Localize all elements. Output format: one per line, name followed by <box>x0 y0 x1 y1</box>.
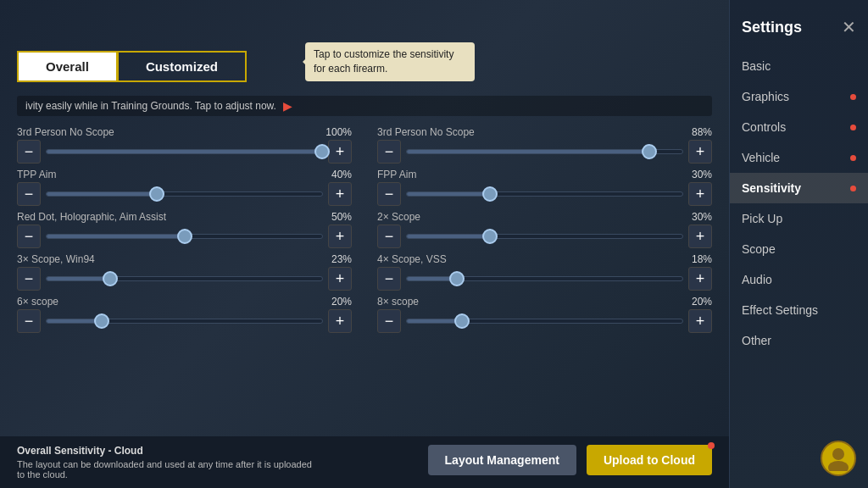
sidebar-item-pickup[interactable]: Pick Up <box>730 203 868 234</box>
slider-controls-4: − + <box>17 225 352 248</box>
slider-group-4: Red Dot, Holographic, Aim Assist 50% − + <box>17 211 352 248</box>
slider-controls-3: − + <box>377 182 712 206</box>
slider-controls-1: − + <box>377 140 712 164</box>
slider-controls-0: − + <box>17 140 352 164</box>
slider-track-5[interactable] <box>406 234 683 239</box>
slider-label-3: FPP Aim <box>377 169 416 180</box>
slider-increase-6[interactable]: + <box>328 267 352 291</box>
slider-label-9: 8× scope <box>377 296 419 308</box>
tabs-row: Overall Customized Tap to customize the … <box>17 51 712 82</box>
tooltip-box: Tap to customize the sensitivity for eac… <box>305 42 475 81</box>
slider-decrease-1[interactable]: − <box>377 140 401 164</box>
slider-label-2: TPP Aim <box>17 169 56 180</box>
sidebar-dot-sensitivity <box>850 186 856 191</box>
slider-group-5: 2× Scope 30% − + <box>377 211 712 248</box>
slider-controls-7: − + <box>377 267 712 291</box>
slider-decrease-7[interactable]: − <box>377 267 401 291</box>
bottom-info: Overall Sensitivity - Cloud The layout c… <box>17 445 314 480</box>
sidebar-dot-controls <box>850 125 856 130</box>
tab-customized[interactable]: Customized <box>117 51 247 82</box>
main-content: Overall Customized Tap to customize the … <box>0 0 729 488</box>
sidebar-item-vehicle[interactable]: Vehicle <box>730 142 868 173</box>
close-button[interactable]: ✕ <box>842 17 856 37</box>
slider-increase-7[interactable]: + <box>688 267 712 291</box>
slider-label-7: 4× Scope, VSS <box>377 253 447 265</box>
layout-management-button[interactable]: Layout Management <box>428 445 576 475</box>
slider-pct-5: 30% <box>692 211 712 223</box>
slider-track-3[interactable] <box>406 191 683 197</box>
slider-pct-8: 20% <box>331 296 352 308</box>
slider-track-0[interactable] <box>46 149 323 154</box>
notice-bar: ivity easily while in Training Grounds. … <box>17 96 712 116</box>
sidebar-label-scope: Scope <box>742 242 776 256</box>
svg-point-0 <box>832 448 844 460</box>
slider-group-7: 4× Scope, VSS 18% − + <box>377 253 712 291</box>
slider-decrease-8[interactable]: − <box>17 309 41 333</box>
slider-increase-0[interactable]: + <box>328 140 352 164</box>
slider-decrease-0[interactable]: − <box>17 140 41 164</box>
slider-group-9: 8× scope 20% − + <box>377 296 712 333</box>
sidebar-label-pickup: Pick Up <box>742 212 782 225</box>
notice-text: ivity easily while in Training Grounds. … <box>25 100 276 112</box>
sidebar-dot-graphics <box>850 94 856 100</box>
sidebar-item-effect[interactable]: Effect Settings <box>730 295 868 325</box>
sidebar-item-audio[interactable]: Audio <box>730 264 868 295</box>
tooltip-text: Tap to customize the sensitivity for eac… <box>314 48 453 75</box>
sidebar-label-controls: Controls <box>742 120 786 134</box>
sidebar-item-other[interactable]: Other <box>730 325 868 356</box>
upload-cloud-label: Upload to Cloud <box>604 453 695 467</box>
slider-decrease-9[interactable]: − <box>377 309 401 333</box>
slider-decrease-6[interactable]: − <box>17 267 41 291</box>
slider-increase-9[interactable]: + <box>688 309 712 333</box>
tab-overall[interactable]: Overall <box>17 51 117 82</box>
slider-label-1: 3rd Person No Scope <box>377 126 475 138</box>
sidebar-item-basic[interactable]: Basic <box>730 51 868 81</box>
slider-track-1[interactable] <box>406 149 683 154</box>
sidebar-title: Settings <box>742 19 802 36</box>
slider-increase-8[interactable]: + <box>328 309 352 333</box>
sliders-grid: 3rd Person No Scope 100% − + 3rd Person … <box>17 126 712 333</box>
slider-controls-8: − + <box>17 309 352 333</box>
sidebar-item-graphics[interactable]: Graphics <box>730 81 868 112</box>
slider-increase-1[interactable]: + <box>688 140 712 164</box>
slider-controls-2: − + <box>17 182 352 206</box>
slider-decrease-2[interactable]: − <box>17 182 41 206</box>
slider-decrease-4[interactable]: − <box>17 225 41 248</box>
slider-controls-9: − + <box>377 309 712 333</box>
bottom-info-title: Overall Sensitivity - Cloud <box>17 445 314 457</box>
sidebar-label-vehicle: Vehicle <box>742 151 780 164</box>
slider-group-0: 3rd Person No Scope 100% − + <box>17 126 352 164</box>
upload-cloud-button[interactable]: Upload to Cloud <box>587 445 712 475</box>
avatar <box>821 441 856 476</box>
slider-label-4: Red Dot, Holographic, Aim Assist <box>17 211 166 223</box>
sidebar-label-sensitivity: Sensitivity <box>742 181 801 195</box>
slider-pct-4: 50% <box>331 211 352 223</box>
slider-pct-6: 23% <box>331 253 352 265</box>
sidebar-header: Settings ✕ <box>730 17 868 51</box>
sidebar-item-controls[interactable]: Controls <box>730 112 868 142</box>
sidebar-item-sensitivity[interactable]: Sensitivity <box>730 173 868 203</box>
sidebar-item-scope[interactable]: Scope <box>730 234 868 264</box>
slider-track-8[interactable] <box>46 319 323 324</box>
slider-controls-5: − + <box>377 225 712 248</box>
sidebar-label-effect: Effect Settings <box>742 303 818 317</box>
slider-track-2[interactable] <box>46 191 323 197</box>
notice-arrow-icon: ▶ <box>283 99 292 113</box>
slider-increase-4[interactable]: + <box>328 225 352 248</box>
slider-track-9[interactable] <box>406 319 683 324</box>
slider-decrease-3[interactable]: − <box>377 182 401 206</box>
slider-controls-6: − + <box>17 267 352 291</box>
slider-group-3: FPP Aim 30% − + <box>377 169 712 206</box>
slider-increase-3[interactable]: + <box>688 182 712 206</box>
slider-increase-2[interactable]: + <box>328 182 352 206</box>
slider-track-4[interactable] <box>46 234 323 239</box>
bottom-buttons: Layout Management Upload to Cloud <box>428 445 712 475</box>
slider-label-8: 6× scope <box>17 296 58 308</box>
slider-pct-1: 88% <box>692 126 712 138</box>
slider-track-6[interactable] <box>46 276 323 281</box>
slider-increase-5[interactable]: + <box>688 225 712 248</box>
slider-track-7[interactable] <box>406 276 683 281</box>
slider-decrease-5[interactable]: − <box>377 225 401 248</box>
slider-group-1: 3rd Person No Scope 88% − + <box>377 126 712 164</box>
slider-label-0: 3rd Person No Scope <box>17 126 114 138</box>
